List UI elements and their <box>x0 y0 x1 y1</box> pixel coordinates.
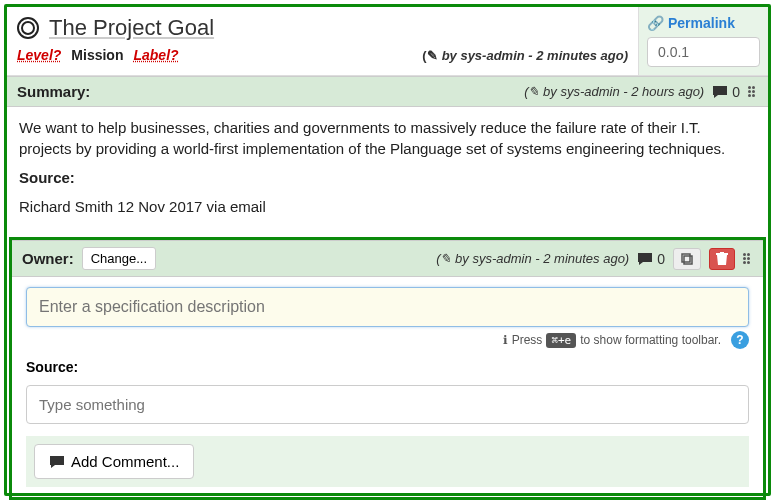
owner-source-label: Source: <box>26 359 749 375</box>
comment-icon <box>637 252 653 266</box>
change-button[interactable]: Change... <box>82 247 156 270</box>
mission-link[interactable]: Mission <box>71 47 123 63</box>
comment-icon <box>49 455 65 469</box>
summary-title: Summary: <box>17 83 90 100</box>
level-link[interactable]: Level? <box>17 47 61 63</box>
help-icon[interactable]: ? <box>731 331 749 349</box>
version-field[interactable]: 0.0.1 <box>647 37 760 67</box>
header-byline: (✎ by sys-admin - 2 minutes ago) <box>422 48 628 63</box>
owner-comments[interactable]: 0 <box>637 251 665 267</box>
svg-rect-0 <box>682 254 690 262</box>
summary-comments[interactable]: 0 <box>712 84 740 100</box>
specification-input[interactable] <box>26 287 749 327</box>
drag-handle-icon[interactable] <box>748 86 758 97</box>
summary-text: We want to help businesses, charities an… <box>19 117 756 159</box>
target-icon <box>17 17 39 39</box>
keyboard-shortcut: ⌘+e <box>546 333 576 348</box>
svg-rect-1 <box>684 256 692 264</box>
owner-header: Owner: Change... (✎ by sys-admin - 2 min… <box>12 240 763 277</box>
summary-source-text: Richard Smith 12 Nov 2017 via email <box>19 196 756 217</box>
pencil-icon: (✎ <box>422 48 437 63</box>
link-icon: 🔗 <box>647 15 664 31</box>
summary-source-label: Source: <box>19 167 756 188</box>
owner-byline: (✎ by sys-admin - 2 minutes ago) <box>436 251 629 266</box>
trash-icon <box>716 252 728 266</box>
formatting-hint: ℹ Press ⌘+e to show formatting toolbar. … <box>26 331 749 349</box>
permalink-link[interactable]: 🔗 Permalink <box>647 15 760 31</box>
drag-handle-icon[interactable] <box>743 253 753 264</box>
page-title: The Project Goal <box>49 15 214 41</box>
summary-byline: (✎ by sys-admin - 2 hours ago) <box>524 84 704 99</box>
copy-icon <box>680 252 694 266</box>
add-comment-button[interactable]: Add Comment... <box>34 444 194 479</box>
delete-button[interactable] <box>709 248 735 270</box>
source-input[interactable] <box>26 385 749 424</box>
label-link[interactable]: Label? <box>133 47 178 63</box>
summary-body: We want to help businesses, charities an… <box>7 107 768 235</box>
comment-icon <box>712 85 728 99</box>
owner-title: Owner: <box>22 250 74 267</box>
summary-header: Summary: (✎ by sys-admin - 2 hours ago) … <box>7 76 768 107</box>
copy-button[interactable] <box>673 248 701 270</box>
info-icon: ℹ <box>503 333 508 347</box>
